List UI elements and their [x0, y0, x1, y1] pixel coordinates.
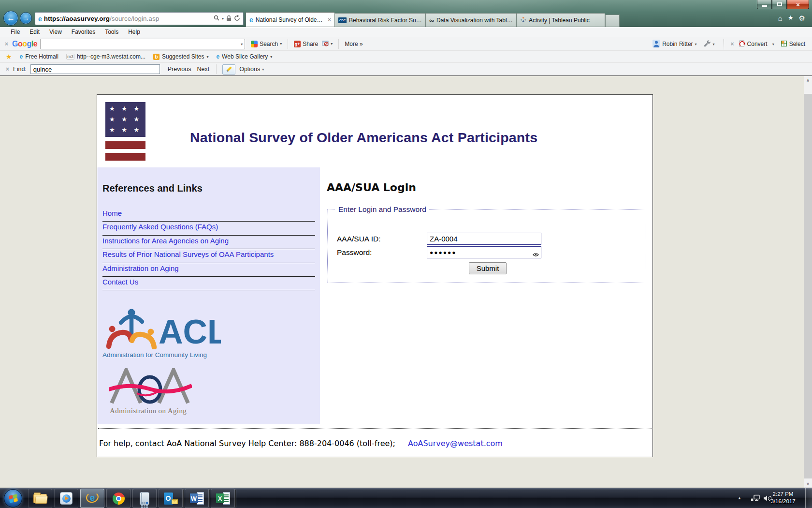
favorite-cge-m3[interactable]: m3 http--cge-m3.westat.com...: [66, 53, 145, 60]
home-icon[interactable]: ⌂: [778, 15, 783, 22]
favorites-bar: ★ e Free Hotmail m3 http--cge-m3.westat.…: [0, 50, 812, 62]
google-logo: Google: [12, 40, 37, 48]
ie-favicon: e: [216, 54, 219, 60]
find-next-button[interactable]: Next: [194, 66, 212, 73]
maximize-button[interactable]: [772, 0, 787, 9]
sidebar-link-instructions[interactable]: Instructions for Area Agencies on Aging: [102, 236, 315, 249]
menu-tools[interactable]: Tools: [100, 29, 123, 35]
word-icon: W: [190, 492, 204, 505]
scroll-down-button[interactable]: ∨: [804, 479, 812, 488]
page-content: ★ ★ ★ ★ ★ ★ ★ ★ ★ National Survey of Old…: [97, 94, 653, 457]
clock-date: 3/16/2017: [765, 498, 801, 505]
search-dropdown-icon[interactable]: ▾: [222, 16, 224, 21]
vertical-scrollbar[interactable]: ∧ ∨: [804, 76, 812, 488]
find-options-button[interactable]: Options ▾: [237, 66, 266, 73]
popup-blocker-button[interactable]: ▾: [320, 40, 334, 48]
window-controls: ×: [757, 0, 809, 9]
tab-label: National Survey of Older A...: [256, 16, 323, 23]
id-input[interactable]: [427, 233, 541, 245]
password-reveal-icon[interactable]: [533, 250, 539, 259]
password-label: Password:: [337, 248, 372, 257]
password-input[interactable]: [427, 246, 541, 258]
settings-gear-icon[interactable]: ⚙: [799, 15, 805, 22]
calculator-icon: [140, 492, 149, 505]
taskbar-excel[interactable]: X: [211, 489, 235, 508]
tab-tableau-course[interactable]: ∞ Data Visualization with Tablea...: [425, 13, 516, 27]
google-search-input[interactable]: [40, 39, 245, 49]
submit-button[interactable]: Submit: [469, 262, 507, 274]
find-bar: × Find: Previous Next Options ▾: [0, 62, 812, 76]
search-history-dropdown-icon[interactable]: ▾: [241, 42, 243, 46]
aoa-logo: Administration on Aging: [109, 368, 201, 415]
refresh-icon[interactable]: [234, 15, 240, 23]
sidebar-heading: References and Links: [102, 183, 203, 194]
find-input[interactable]: [30, 64, 160, 74]
menu-help[interactable]: Help: [123, 29, 145, 35]
find-previous-button[interactable]: Previous: [165, 66, 194, 73]
svg-text:e: e: [90, 493, 95, 503]
tab-national-survey[interactable]: e National Survey of Older A... ×: [246, 12, 334, 27]
popup-dropdown-icon: ▾: [331, 42, 333, 46]
scrollbar-thumb[interactable]: [804, 94, 812, 478]
adobe-toolbar-close-icon[interactable]: ×: [731, 41, 734, 47]
minimize-icon: [762, 5, 767, 7]
tab-label: Behavioral Risk Factor Surveilla...: [349, 17, 422, 24]
minimize-button[interactable]: [757, 0, 772, 9]
search-icon[interactable]: [214, 15, 219, 22]
start-button[interactable]: [4, 489, 22, 508]
tab-brfss[interactable]: CDC Behavioral Risk Factor Surveilla...: [334, 13, 425, 27]
address-bar[interactable]: e https://aoasurvey.org/source/login.asp…: [35, 12, 244, 25]
favorites-star-icon[interactable]: ★: [788, 15, 794, 22]
add-favorite-button[interactable]: ★: [6, 53, 12, 60]
avatar-icon: [652, 40, 660, 49]
network-icon[interactable]: [750, 494, 760, 504]
menu-favorites[interactable]: Favorites: [67, 29, 100, 35]
highlight-all-button[interactable]: [222, 64, 235, 75]
taskbar-clock[interactable]: 2:27 PM 3/16/2017: [765, 491, 801, 505]
tab-label: Data Visualization with Tablea...: [436, 17, 513, 24]
new-tab-button[interactable]: [605, 15, 620, 27]
tray-show-hidden-icons[interactable]: ▲: [738, 496, 741, 500]
footer-separator: [98, 428, 652, 429]
favorite-web-slice-gallery[interactable]: e Web Slice Gallery ▾: [216, 53, 272, 60]
more-button[interactable]: More »: [343, 41, 364, 47]
sidebar-link-prior-results[interactable]: Results of Prior National Surveys of OAA…: [102, 249, 315, 263]
scroll-up-button[interactable]: ∧: [804, 76, 812, 84]
taskbar-word[interactable]: W: [185, 489, 209, 508]
share-button[interactable]: g+ Share: [292, 41, 320, 47]
taskbar-media-player[interactable]: [54, 489, 78, 508]
find-close-icon[interactable]: ×: [6, 66, 9, 73]
sidebar-link-home[interactable]: Home: [102, 208, 315, 222]
taskbar-calculator[interactable]: [132, 489, 157, 508]
convert-button[interactable]: Convert ▾: [737, 40, 776, 48]
favorite-suggested-sites[interactable]: b Suggested Sites ▾: [153, 53, 208, 60]
toolbar-close-icon[interactable]: ×: [5, 41, 8, 47]
sidebar-link-contact[interactable]: Contact Us: [102, 277, 315, 290]
sidebar-link-faqs[interactable]: Frequently Asked Questions (FAQs): [102, 222, 315, 235]
sidebar-link-aoa[interactable]: Administration on Aging: [102, 263, 315, 277]
menu-view[interactable]: View: [44, 29, 67, 35]
taskbar-outlook[interactable]: O: [159, 489, 183, 508]
tab-tableau-public[interactable]: Activity | Tableau Public: [516, 13, 605, 27]
toolbar-settings-button[interactable]: ▾: [701, 40, 717, 49]
login-heading: AAA/SUA Login: [327, 181, 416, 194]
favorite-free-hotmail[interactable]: e Free Hotmail: [20, 53, 58, 60]
tab-close-icon[interactable]: ×: [326, 16, 331, 23]
user-menu[interactable]: Robin Ritter ▾: [651, 40, 698, 49]
taskbar-chrome[interactable]: [106, 489, 130, 508]
menu-edit[interactable]: Edit: [25, 29, 44, 35]
back-button[interactable]: ←: [3, 11, 18, 26]
windows-logo-icon: [9, 494, 18, 503]
taskbar-internet-explorer[interactable]: e: [80, 489, 104, 508]
menu-file[interactable]: File: [6, 29, 25, 35]
show-desktop-button[interactable]: [805, 488, 812, 508]
select-button[interactable]: Select: [779, 40, 807, 48]
highlighter-icon: [226, 66, 232, 72]
excel-icon: X: [216, 492, 230, 505]
forward-button[interactable]: →: [20, 12, 32, 24]
close-button[interactable]: ×: [787, 0, 809, 9]
taskbar-windows-explorer[interactable]: [28, 489, 52, 508]
help-email-link[interactable]: AoASurvey@westat.com: [408, 439, 503, 448]
google-search-button[interactable]: Search ▾: [249, 41, 284, 47]
menu-bar: File Edit View Favorites Tools Help: [0, 27, 812, 37]
